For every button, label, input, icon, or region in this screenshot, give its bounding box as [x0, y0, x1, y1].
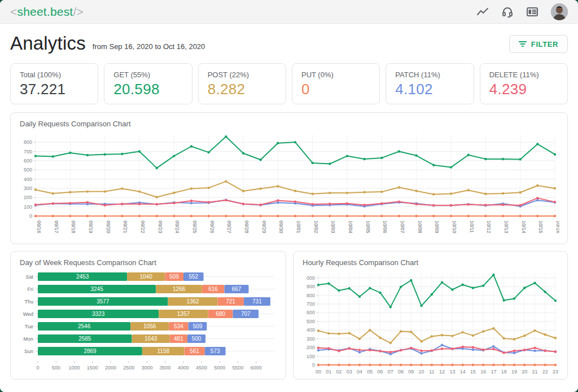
- svg-text:100: 100: [24, 204, 32, 210]
- svg-text:1266: 1266: [173, 286, 186, 292]
- svg-text:300: 300: [24, 186, 32, 191]
- svg-text:3577: 3577: [97, 298, 110, 305]
- svg-text:200: 200: [306, 345, 315, 350]
- stat-card-put: PUT (0%) 0: [292, 63, 380, 104]
- svg-text:16: 16: [480, 369, 486, 375]
- svg-text:4000: 4000: [178, 365, 189, 371]
- svg-text:10/09: 10/09: [434, 221, 440, 234]
- svg-text:5500: 5500: [232, 365, 243, 371]
- stat-card-patch: PATCH (11%) 4.102: [386, 63, 474, 104]
- svg-text:509: 509: [169, 274, 179, 280]
- svg-text:573: 573: [211, 348, 220, 354]
- svg-text:22: 22: [542, 369, 548, 375]
- svg-text:500: 500: [52, 365, 60, 371]
- svg-text:616: 616: [208, 286, 218, 292]
- svg-text:000: 000: [306, 275, 315, 281]
- filter-icon: [519, 40, 527, 49]
- stat-card-delete: DELETE (11%) 4.239: [480, 63, 568, 104]
- svg-text:10/05: 10/05: [365, 221, 371, 234]
- svg-text:09/16: 09/16: [36, 221, 42, 234]
- svg-text:0: 0: [29, 213, 32, 219]
- svg-text:10/04: 10/04: [348, 221, 353, 234]
- svg-text:731: 731: [252, 298, 262, 305]
- svg-text:1056: 1056: [143, 323, 156, 329]
- svg-text:400: 400: [306, 327, 315, 333]
- svg-text:2585: 2585: [78, 336, 91, 342]
- svg-text:509: 509: [193, 323, 203, 329]
- svg-text:1040: 1040: [139, 274, 152, 280]
- svg-text:18: 18: [501, 369, 507, 375]
- stat-card-total: Total (100%) 37.221: [10, 63, 98, 104]
- svg-text:500: 500: [24, 167, 32, 173]
- svg-text:1357: 1357: [177, 311, 190, 317]
- svg-text:Sat: Sat: [25, 274, 33, 280]
- stats-row: Total (100%) 37.221 GET (55%) 20.598 POS…: [10, 63, 568, 104]
- filter-button[interactable]: FILTER: [509, 35, 568, 53]
- logo[interactable]: <sheet.best/>: [10, 5, 84, 19]
- stat-value: 20.598: [113, 81, 182, 98]
- svg-text:2453: 2453: [76, 274, 89, 280]
- header-actions: [476, 3, 568, 20]
- stat-value: 37.221: [20, 81, 89, 98]
- svg-text:4500: 4500: [196, 365, 207, 371]
- svg-text:00: 00: [316, 369, 321, 375]
- svg-text:09/18: 09/18: [71, 221, 76, 234]
- headset-icon[interactable]: [501, 6, 514, 18]
- svg-text:600: 600: [24, 158, 32, 164]
- stat-label: Total (100%): [20, 71, 89, 79]
- main-content: Analytics from Sep 16, 2020 to Oct 16, 2…: [0, 24, 578, 380]
- svg-text:05: 05: [367, 369, 373, 375]
- activity-icon[interactable]: [476, 6, 489, 18]
- svg-text:1043: 1043: [144, 336, 157, 342]
- svg-text:14: 14: [460, 369, 466, 375]
- svg-text:400: 400: [24, 177, 32, 182]
- stat-value: 8.282: [208, 81, 277, 98]
- stat-value: 4.239: [489, 81, 558, 98]
- stat-label: PUT (0%): [301, 71, 370, 79]
- svg-text:0: 0: [312, 362, 315, 368]
- avatar[interactable]: [551, 3, 568, 20]
- billing-icon[interactable]: [526, 6, 538, 18]
- svg-text:3323: 3323: [92, 311, 105, 317]
- weekday-requests-chart: Sat24531040509552Fri32451266616667Thu357…: [20, 269, 277, 380]
- svg-text:680: 680: [216, 311, 225, 317]
- page-title: Analytics: [10, 33, 86, 54]
- svg-text:08: 08: [398, 369, 404, 375]
- svg-text:11: 11: [429, 369, 434, 375]
- svg-text:09/19: 09/19: [88, 221, 94, 234]
- svg-text:13: 13: [449, 369, 455, 375]
- svg-text:500: 500: [192, 336, 202, 342]
- stat-card-get: GET (55%) 20.598: [104, 63, 192, 104]
- svg-text:10/03: 10/03: [330, 221, 336, 234]
- svg-text:1158: 1158: [157, 348, 170, 354]
- svg-text:3000: 3000: [141, 365, 152, 371]
- svg-text:5000: 5000: [214, 365, 225, 371]
- svg-text:10/08: 10/08: [417, 221, 423, 234]
- svg-text:10/13: 10/13: [503, 221, 509, 234]
- app-window: <sheet.best/>: [0, 0, 578, 392]
- svg-text:09/22: 09/22: [140, 221, 146, 234]
- svg-text:1362: 1362: [186, 298, 199, 305]
- stat-label: POST (22%): [208, 71, 277, 79]
- svg-text:300: 300: [306, 336, 315, 342]
- svg-text:09: 09: [408, 369, 414, 375]
- svg-text:200: 200: [24, 195, 32, 200]
- svg-text:09/26: 09/26: [209, 221, 215, 234]
- svg-text:10/12: 10/12: [486, 221, 492, 234]
- svg-text:10/11: 10/11: [469, 221, 475, 233]
- svg-text:20: 20: [522, 369, 527, 375]
- svg-text:700: 700: [306, 301, 315, 307]
- svg-text:10/07: 10/07: [400, 221, 405, 234]
- svg-text:04: 04: [357, 369, 362, 375]
- svg-text:03: 03: [347, 369, 352, 375]
- svg-text:667: 667: [232, 286, 242, 292]
- svg-text:10/16: 10/16: [555, 221, 559, 234]
- daily-chart-card: Daily Requests Comparison Chart 01002003…: [10, 112, 568, 244]
- svg-text:Tue: Tue: [25, 324, 33, 329]
- svg-text:800: 800: [24, 139, 32, 145]
- stat-label: GET (55%): [113, 71, 182, 79]
- svg-text:09/28: 09/28: [244, 221, 249, 234]
- svg-text:09/25: 09/25: [192, 221, 198, 234]
- svg-text:2869: 2869: [84, 348, 97, 354]
- svg-text:500: 500: [306, 319, 315, 324]
